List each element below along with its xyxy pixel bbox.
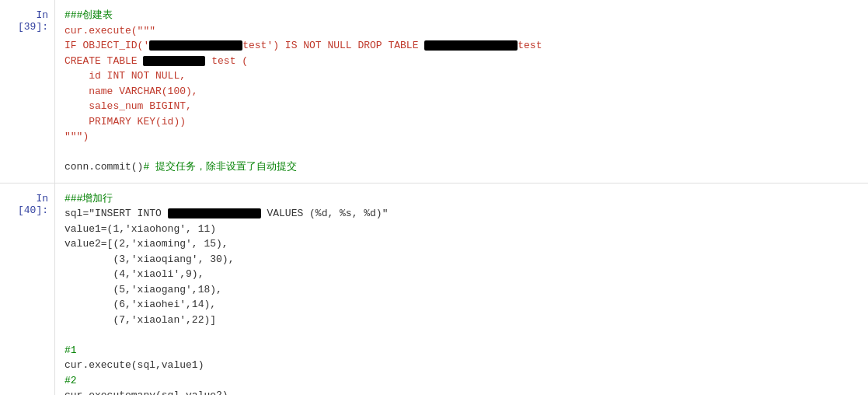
code-line: PRIMARY KEY(id)) (64, 116, 186, 128)
commit-line: conn.commit()# 提交任务，除非设置了自动提交 (64, 161, 297, 173)
code-line: value1=(1,'xiaohong', 11) (64, 223, 216, 235)
code-line: (5,'xiaogang',18), (64, 284, 222, 295)
redacted-block (424, 40, 518, 51)
redacted-block (143, 56, 205, 66)
code-line: (7,'xiaolan',22)] (64, 314, 216, 326)
blank-line (64, 146, 71, 158)
cell-40-label: In [40]: (0, 184, 54, 396)
comment-line: #2 (64, 375, 77, 386)
cell-39: In [39]: ###创建表 cur.execute(""" IF OBJEC… (0, 0, 868, 184)
code-line: """) (64, 131, 89, 142)
cell-40-content[interactable]: ###增加行 sql="INSERT INTO VALUES (%d, %s, … (54, 184, 868, 396)
code-line: (4,'xiaoli',9), (64, 268, 204, 280)
code-line: cur.execute(""" (64, 25, 155, 37)
cell-40: In [40]: ###增加行 sql="INSERT INTO VALUES … (0, 184, 868, 396)
code-line: CREATE TABLE test ( (64, 55, 248, 67)
code-line: value2=[(2,'xiaoming', 15), (64, 238, 228, 250)
blank-line (64, 329, 71, 341)
cell-39-content[interactable]: ###创建表 cur.execute(""" IF OBJECT_ID(' te… (54, 0, 868, 183)
code-line: IF OBJECT_ID(' test') IS NOT NULL DROP T… (64, 40, 542, 51)
comment-line: #1 (64, 344, 77, 356)
code-line: (3,'xiaoqiang', 30), (64, 253, 234, 265)
code-line: cur.executemany(sql,value2) (64, 390, 228, 395)
redacted-block (149, 40, 242, 51)
code-line: cur.execute(sql,value1) (64, 359, 204, 371)
code-line: name VARCHAR(100), (64, 86, 198, 97)
code-line: (6,'xiaohei',14), (64, 299, 216, 310)
comment-line: ###创建表 (64, 9, 113, 21)
sql-line: sql="INSERT INTO VALUES (%d, %s, %d)" (64, 208, 388, 219)
cell-39-label: In [39]: (0, 0, 54, 183)
code-line: sales_num BIGINT, (64, 100, 192, 112)
code-line: id INT NOT NULL, (64, 70, 186, 82)
redacted-block (168, 208, 261, 218)
comment-line: ###增加行 (64, 193, 113, 204)
